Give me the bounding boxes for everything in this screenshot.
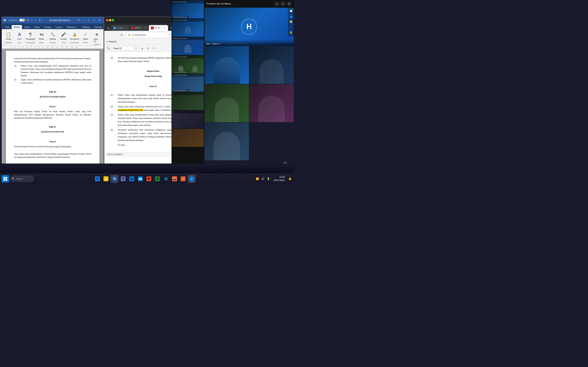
thumb-topbar-6: [172, 92, 204, 95]
find-up-btn[interactable]: ▲: [140, 46, 144, 50]
participants-icon[interactable]: 👥: [289, 14, 293, 19]
video-bg-4: [205, 84, 249, 122]
paste-label: Paste: [6, 38, 11, 40]
paragraph-btn[interactable]: ¶ Paragraph: [25, 31, 36, 41]
redo-btn[interactable]: ↪: [35, 19, 36, 22]
main-avatar: H: [241, 18, 257, 35]
tab-close-3[interactable]: ✕: [163, 26, 166, 29]
tab-reference[interactable]: Referenc...: [65, 25, 80, 29]
thumbnail-7[interactable]: [172, 110, 204, 128]
thumbnail-6[interactable]: [172, 92, 204, 110]
taskbar-files[interactable]: 🗂: [128, 175, 136, 183]
start-button[interactable]: [2, 175, 9, 183]
thumbnail-2[interactable]: Pelatihan dan Sertifikasi: [172, 19, 204, 37]
browser-tab-2[interactable]: H PP N:... ✕: [129, 25, 148, 31]
taskbar-outlook[interactable]: 📧: [136, 175, 144, 183]
tab-file[interactable]: File: [3, 25, 11, 29]
thumbnail-5[interactable]: Pelatihan dan Sertifikasi Perancang Pera…: [172, 74, 204, 92]
forward-btn[interactable]: →: [112, 32, 118, 38]
styles-btn[interactable]: Aa Styles: [37, 31, 46, 41]
search-placeholder: Search: [16, 178, 23, 180]
browser-tab-1[interactable]: W 1_UU ✕: [111, 25, 129, 31]
maximize-btn[interactable]: □: [92, 18, 96, 22]
browser-max-btn[interactable]: [112, 19, 114, 21]
addins-group-label: Add-ins: [94, 43, 100, 45]
react-icon[interactable]: 😊: [289, 20, 293, 24]
tab-close-1[interactable]: ✕: [124, 26, 127, 29]
p22-num-5: [111, 143, 116, 147]
browser-min-btn[interactable]: [109, 19, 111, 21]
word-doc-scroll[interactable]: wilayah Ibu Kota Nusantara dapat mempeke…: [2, 49, 104, 184]
find-search-input[interactable]: [113, 47, 134, 50]
thumbnail-strip: Pelatihan dan Sertifikasi Perancang Pera…: [172, 0, 204, 174]
addins-btn[interactable]: ⊕ Add-ins: [93, 31, 101, 43]
autosave-toggle[interactable]: [19, 19, 25, 22]
browser-close-btn[interactable]: [106, 19, 108, 21]
taskbar-explorer[interactable]: 📁: [102, 175, 110, 183]
dictate-group: 🎤 Dictate Voice: [59, 30, 69, 44]
autosave-label: AutoSave: [9, 19, 17, 21]
taskbar: 🔍 Search 🛡 📁 W T 🗂 📧 P X 🌐 �: [0, 174, 294, 184]
tab-design[interactable]: Design: [42, 25, 53, 29]
battery-icon[interactable]: 🔋: [266, 176, 271, 181]
taskbar-search[interactable]: 🔍 Search: [10, 175, 34, 182]
taskbar-security[interactable]: 🛡: [93, 175, 102, 183]
taskbar-brave[interactable]: 🦁: [179, 175, 187, 183]
person-silhouette-4: [215, 98, 239, 122]
font-btn[interactable]: A Font: [15, 31, 24, 41]
taskbar-word[interactable]: W: [111, 175, 119, 183]
network-icon[interactable]: 📶: [255, 176, 260, 181]
taskbar-photos[interactable]: 📷: [171, 175, 179, 183]
styles-label: Styles: [39, 38, 44, 40]
volume-icon[interactable]: 🔊: [260, 176, 265, 181]
taskbar-teams[interactable]: T: [119, 175, 127, 183]
vid-minimize-btn[interactable]: ─: [274, 1, 279, 6]
brave-icon: 🦁: [181, 176, 186, 181]
thumbnail-1[interactable]: Pelatihan dan Sertifikasi Perancang Pera…: [172, 0, 204, 18]
video-bg-3: [249, 46, 294, 84]
reload-icon[interactable]: ↻: [169, 33, 171, 36]
tab-insert[interactable]: Insert: [22, 25, 32, 29]
thumbnail-3[interactable]: Pelatihan dan Sertifikasi: [172, 37, 204, 55]
sk-text: SK No 142355 A: [108, 153, 123, 156]
more-options-icon[interactable]: ···: [289, 25, 293, 29]
taskbar-edge[interactable]: e: [188, 175, 196, 183]
tab-layout[interactable]: Layout: [54, 25, 65, 29]
find-close-btn[interactable]: ✕: [152, 46, 156, 50]
hand-raise-icon[interactable]: ✋: [289, 30, 293, 35]
account-btn[interactable]: 👤: [82, 19, 85, 21]
tab-mailing[interactable]: Mailing:: [80, 25, 92, 29]
close-btn[interactable]: ✕: [97, 18, 102, 22]
tab-home[interactable]: Home: [12, 25, 22, 29]
pasal4-text1: Peraturan Kepala Otorita ini mulai berla…: [14, 145, 91, 148]
minimize-btn[interactable]: ─: [86, 18, 91, 22]
sensitivity-btn[interactable]: 🔒 Sensitivity: [69, 31, 80, 41]
taskbar-chrome[interactable]: 🌐: [162, 175, 170, 183]
thumbnail-8[interactable]: [172, 129, 204, 147]
taskbar-powerpoint[interactable]: P: [145, 175, 153, 183]
paste-btn[interactable]: 📋 Paste: [4, 31, 13, 41]
notification-icon[interactable]: 🔔: [288, 176, 292, 181]
find-down-btn[interactable]: ▼: [146, 46, 150, 50]
chat-icon[interactable]: 💬: [289, 9, 293, 13]
address-bar[interactable]: 🔒 C:/Users/mus... ↻: [126, 32, 173, 38]
search-btn[interactable]: 🔍: [77, 19, 81, 22]
vid-maximize-btn[interactable]: □: [281, 1, 285, 6]
dictate-btn[interactable]: 🎤 Dictate: [59, 31, 68, 41]
editing-btn[interactable]: 🔍 Editing: [48, 31, 57, 41]
editing-group-label: Editing: [50, 42, 56, 44]
editor-btn[interactable]: ✓ Editor: [81, 31, 90, 41]
tab-review[interactable]: Review: [93, 25, 104, 29]
back-btn[interactable]: ←: [106, 32, 112, 38]
undo-btn[interactable]: ↩: [31, 19, 33, 22]
thumbnail-4[interactable]: Pelatihan dan Sertifikasi Perancang Pera…: [172, 55, 204, 73]
edge-taskbar-icon: e: [189, 176, 194, 181]
sidebar-toggle[interactable]: ☰: [106, 26, 111, 31]
tab-close-2[interactable]: ✕: [144, 26, 146, 29]
vid-close-btn[interactable]: ✕: [287, 1, 292, 6]
taskbar-excel[interactable]: X: [153, 175, 162, 183]
browser-tab-3[interactable]: H PP N:... ✕: [149, 25, 168, 31]
tab-draw[interactable]: Draw: [33, 25, 42, 29]
system-clock[interactable]: 10:00 26/07/2024: [272, 175, 286, 183]
refresh-btn[interactable]: ↻: [119, 32, 125, 38]
